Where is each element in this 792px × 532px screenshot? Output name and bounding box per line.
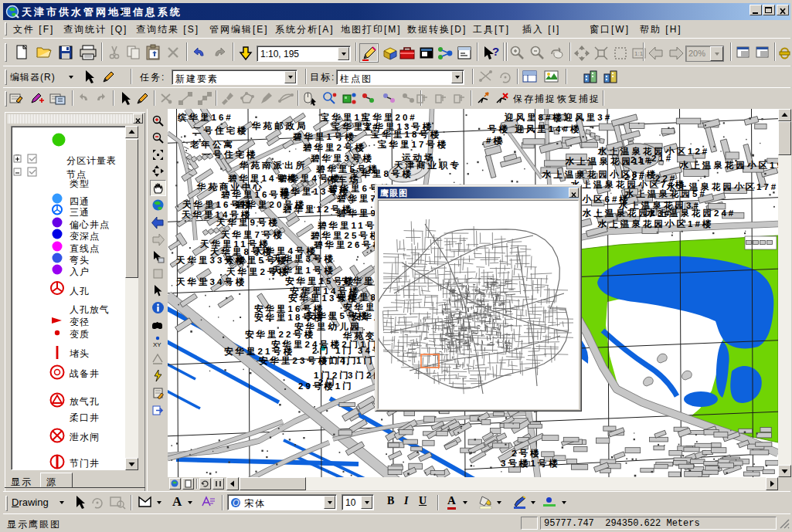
svg-text:宝华里20#: 宝华里20# [361, 112, 417, 122]
svg-text:碧华里2号楼: 碧华里2号楼 [303, 143, 366, 152]
svg-text:缤华里16#: 缤华里16# [177, 112, 233, 123]
svg-text:1:1: 1:1 [634, 50, 644, 57]
svg-text:安华里22号楼: 安华里22号楼 [245, 330, 315, 339]
svg-text:3号楼1号楼: 3号楼1号楼 [501, 459, 560, 468]
svg-text:碧华里1号楼: 碧华里1号楼 [293, 132, 356, 141]
svg-text:天华里1号楼: 天华里1号楼 [271, 266, 335, 275]
svg-text:华苑邮政局: 华苑邮政局 [251, 121, 308, 130]
svg-text:碧华里25号楼: 碧华里25号楼 [311, 231, 381, 240]
svg-text:一号住宅楼: 一号住宅楼 [202, 150, 258, 159]
svg-text:3门4门: 3门4门 [321, 355, 359, 365]
svg-text:老年公寓: 老年公寓 [189, 139, 235, 149]
svg-text:天华里9号楼: 天华里9号楼 [216, 218, 280, 227]
svg-text:碧华里3号楼: 碧华里3号楼 [311, 154, 374, 163]
svg-text:2门: 2门 [318, 377, 337, 387]
svg-text:XY: XY [153, 341, 161, 348]
svg-text:二号住宅楼: 二号住宅楼 [192, 126, 249, 135]
svg-text:宝华里8号楼: 宝华里8号楼 [349, 168, 413, 178]
svg-text:水上温泉花园小区19#楼: 水上温泉花园小区19#楼 [679, 160, 778, 170]
svg-text:号楼 迎风里14#楼: 号楼 迎风里14#楼 [487, 124, 581, 134]
svg-text:天华里34号楼: 天华里34号楼 [175, 277, 246, 286]
svg-text:?: ? [492, 45, 499, 58]
svg-text:迎风里8#楼迎风里3#: 迎风里8#楼迎风里3# [504, 112, 612, 122]
svg-text:O: O [233, 498, 240, 507]
svg-text:2号楼: 2号楼 [512, 449, 541, 458]
svg-text:21#: 21# [651, 154, 673, 163]
svg-text:水上温泉花园小区1#楼: 水上温泉花园小区1#楼 [597, 219, 713, 229]
svg-text:天华里3号楼: 天华里3号楼 [271, 254, 335, 263]
svg-text:1门: 1门 [356, 355, 375, 365]
svg-text:水上温泉花园24#: 水上温泉花园24# [646, 208, 736, 218]
svg-text:天华里7号楼: 天华里7号楼 [220, 230, 284, 239]
svg-text:#楼: #楼 [486, 136, 505, 145]
svg-text:2门 1门: 2门 1门 [312, 345, 354, 355]
svg-text:华苑南派出所: 华苑南派出所 [239, 161, 307, 170]
svg-text:宝华里18号楼: 宝华里18号楼 [370, 129, 441, 139]
svg-text:21#: 21# [631, 155, 652, 164]
svg-text:碧华里26号楼: 碧华里26号楼 [314, 240, 384, 249]
svg-text:安华里21号楼: 安华里21号楼 [224, 347, 294, 356]
svg-text:宝华里17号楼: 宝华里17号楼 [377, 139, 448, 149]
svg-text:水上温泉花园5#: 水上温泉花园5# [624, 189, 707, 198]
